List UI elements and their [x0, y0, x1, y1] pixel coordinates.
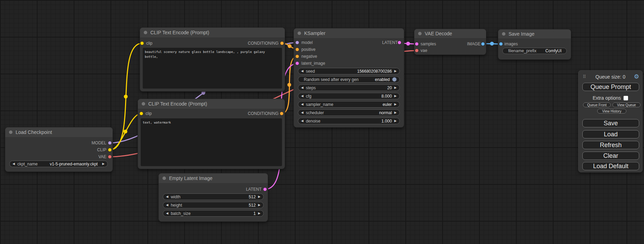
images-input-slot[interactable] — [499, 42, 503, 46]
node-title: CLIP Text Encode (Prompt) — [150, 30, 209, 35]
height-widget[interactable]: ◀ height 512 ▶ — [163, 202, 264, 208]
model-input-slot[interactable] — [295, 41, 299, 44]
batch-size-widget[interactable]: ◀ batch_size 1 ▶ — [163, 210, 264, 217]
node-title: VAE Decode — [425, 31, 452, 36]
toggle-on-icon[interactable] — [392, 77, 397, 82]
positive-input-slot[interactable] — [295, 48, 299, 51]
ckpt-name-widget[interactable]: ◀ ckpt_name v1-5-pruned-emaonly.ckpt ▶ — [9, 161, 108, 167]
arrow-right-icon[interactable]: ▶ — [258, 195, 261, 198]
refresh-button[interactable]: Refresh — [582, 141, 639, 149]
model-output-slot[interactable] — [108, 141, 112, 145]
arrow-left-icon[interactable]: ◀ — [301, 94, 303, 98]
settings-gear-icon[interactable]: ⚙ — [634, 73, 639, 80]
input-label-model: model — [301, 40, 313, 45]
arrow-left-icon[interactable]: ◀ — [301, 103, 303, 106]
image-output-slot[interactable] — [481, 42, 485, 46]
latent-output-slot[interactable] — [263, 188, 267, 191]
node-ksampler[interactable]: KSampler model LATENT positive negative … — [294, 28, 404, 127]
extra-options-checkbox[interactable] — [624, 96, 628, 100]
view-queue-button[interactable]: View Queue — [612, 102, 641, 107]
widget-value: normal — [379, 110, 392, 115]
arrow-right-icon[interactable]: ▶ — [394, 103, 397, 106]
positive-prompt-textarea[interactable]: beautiful scenery nature glass bottle la… — [143, 48, 282, 89]
cfg-widget[interactable]: ◀ cfg 8.000 ▶ — [298, 93, 400, 99]
node-title-bar[interactable]: VAE Decode — [414, 29, 486, 38]
sampler-name-widget[interactable]: ◀ sampler_name euler ▶ — [298, 101, 400, 108]
arrow-left-icon[interactable]: ◀ — [301, 70, 303, 73]
link-dot — [124, 130, 127, 134]
latent-image-input-slot[interactable] — [295, 62, 299, 65]
arrow-right-icon[interactable]: ▶ — [258, 204, 261, 207]
arrow-right-icon[interactable]: ▶ — [258, 212, 261, 215]
filename-prefix-widget[interactable]: filename_prefix ComfyUI — [502, 48, 567, 54]
collapse-dot-icon[interactable] — [9, 130, 12, 134]
save-button[interactable]: Save — [582, 119, 639, 127]
collapse-dot-icon[interactable] — [144, 31, 147, 34]
drag-handle-icon[interactable]: ⠿ — [583, 74, 586, 79]
output-label-latent: LATENT — [246, 187, 262, 192]
width-widget[interactable]: ◀ width 512 ▶ — [163, 193, 264, 200]
collapse-dot-icon[interactable] — [418, 32, 422, 35]
output-label-clip: CLIP — [97, 147, 106, 152]
input-label-images: images — [504, 42, 518, 46]
arrow-right-icon[interactable]: ▶ — [394, 94, 397, 98]
widget-value: 8.000 — [381, 94, 392, 99]
negative-prompt-textarea[interactable]: text, watermark — [141, 118, 282, 166]
conditioning-output-slot[interactable] — [280, 112, 283, 115]
collapse-dot-icon[interactable] — [502, 32, 505, 36]
arrow-left-icon[interactable]: ◀ — [166, 212, 168, 215]
clip-input-slot[interactable] — [140, 112, 143, 115]
node-load-checkpoint[interactable]: Load Checkpoint MODEL CLIP VAE ◀ ckpt_na… — [5, 127, 113, 172]
arrow-left-icon[interactable]: ◀ — [301, 119, 303, 123]
node-vae-decode[interactable]: VAE Decode samples IMAGE vae — [414, 29, 486, 55]
arrow-right-icon[interactable]: ▶ — [394, 119, 397, 123]
arrow-left-icon[interactable]: ◀ — [12, 162, 15, 165]
node-title-bar[interactable]: KSampler — [294, 28, 404, 38]
output-label-model: MODEL — [91, 141, 106, 145]
load-default-button[interactable]: Load Default — [582, 162, 639, 170]
clip-input-slot[interactable] — [140, 42, 144, 45]
node-clip-text-encode-positive[interactable]: CLIP Text Encode (Prompt) clip CONDITION… — [140, 28, 285, 91]
vae-output-slot[interactable] — [108, 155, 112, 159]
node-title-bar[interactable]: Empty Latent Image — [159, 173, 268, 183]
denoise-widget[interactable]: ◀ denoise 1.000 ▶ — [298, 118, 400, 124]
queue-prompt-button[interactable]: Queue Prompt — [582, 83, 639, 91]
load-button[interactable]: Load — [582, 130, 639, 138]
arrow-right-icon[interactable]: ▶ — [394, 111, 397, 114]
arrow-left-icon[interactable]: ◀ — [166, 195, 168, 198]
node-title-bar[interactable]: Load Checkpoint — [5, 127, 113, 137]
arrow-left-icon[interactable]: ◀ — [301, 86, 303, 89]
node-empty-latent-image[interactable]: Empty Latent Image LATENT ◀ width 512 ▶ … — [159, 173, 268, 222]
arrow-right-icon[interactable]: ▶ — [394, 70, 397, 73]
widget-label: height — [171, 203, 182, 208]
clip-output-slot[interactable] — [108, 148, 112, 152]
node-clip-text-encode-negative[interactable]: CLIP Text Encode (Prompt) clip CONDITION… — [138, 99, 285, 169]
vae-input-slot[interactable] — [415, 49, 418, 52]
negative-input-slot[interactable] — [295, 55, 299, 58]
seed-widget[interactable]: ◀ seed 156680208700286 ▶ — [298, 68, 400, 74]
scheduler-widget[interactable]: ◀ scheduler normal ▶ — [298, 109, 400, 116]
steps-widget[interactable]: ◀ steps 20 ▶ — [298, 84, 400, 91]
arrow-right-icon[interactable]: ▶ — [102, 162, 105, 165]
comfyui-graph-canvas[interactable]: { "colors": { "model": "#B49BE0", "clip"… — [0, 0, 644, 244]
samples-input-slot[interactable] — [415, 42, 418, 46]
arrow-right-icon[interactable]: ▶ — [394, 86, 397, 89]
random-seed-toggle-widget[interactable]: Random seed after every gen enabled — [298, 76, 400, 83]
input-label-negative: negative — [301, 54, 317, 59]
queue-front-button[interactable]: Queue Front — [583, 102, 611, 107]
widget-value: 20 — [387, 85, 392, 90]
node-title-bar[interactable]: CLIP Text Encode (Prompt) — [140, 28, 285, 37]
collapse-dot-icon[interactable] — [142, 102, 145, 106]
arrow-left-icon[interactable]: ◀ — [301, 111, 303, 114]
latent-output-slot[interactable] — [398, 41, 401, 44]
clear-button[interactable]: Clear — [582, 152, 639, 160]
node-save-image[interactable]: Save Image images filename_prefix ComfyU… — [498, 29, 571, 60]
collapse-dot-icon[interactable] — [162, 177, 166, 180]
arrow-left-icon[interactable]: ◀ — [166, 204, 168, 207]
conditioning-output-slot[interactable] — [280, 42, 284, 45]
collapse-dot-icon[interactable] — [298, 31, 301, 35]
node-title-bar[interactable]: Save Image — [498, 29, 571, 38]
node-title-bar[interactable]: CLIP Text Encode (Prompt) — [138, 99, 285, 109]
view-history-button[interactable]: View History — [597, 109, 626, 114]
widget-label: denoise — [306, 119, 320, 124]
